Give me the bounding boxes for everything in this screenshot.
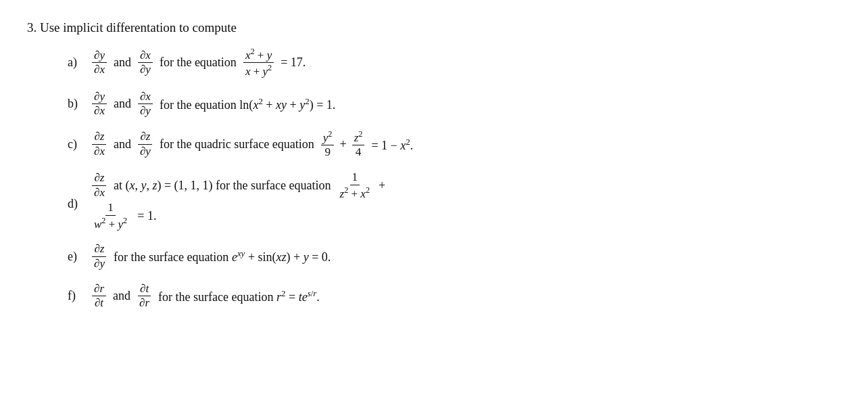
part-d-line2: 1 w2 + y2 = 1. [92, 202, 385, 231]
part-a-and: and [114, 55, 131, 70]
part-a-equation-frac: x2 + y x + y2 [243, 47, 274, 78]
part-b-label: b) [68, 97, 92, 111]
part-a-for: for the equation [160, 55, 237, 70]
part-c-and: and [114, 137, 131, 152]
part-d-label: d) [68, 197, 92, 211]
part-f-frac1-num: ∂r [92, 283, 106, 297]
part-c-content: ∂z ∂x and ∂z ∂y for the quadric surface … [92, 130, 416, 159]
part-c-eq-rhs: = 1 − x2. [371, 137, 413, 153]
part-e-content: ∂z ∂y for the surface equation exy + sin… [92, 243, 333, 270]
part-d-at: at (x, y, z) = (1, 1, 1) for the surface… [114, 179, 331, 193]
problem-title: 3. Use implicit differentation to comput… [27, 20, 841, 35]
part-d-eq-frac1-den: z2 + x2 [338, 185, 372, 200]
part-f-frac2-num: ∂t [138, 283, 151, 297]
part-c-eq-frac1: y2 9 [321, 130, 335, 159]
part-a-equals: = 17. [281, 55, 306, 70]
part-b: b) ∂y ∂x and ∂x ∂y for the equation ln(x… [68, 91, 841, 118]
part-c: c) ∂z ∂x and ∂z ∂y for the quadric surfa… [68, 130, 841, 159]
part-e-frac1-num: ∂z [92, 243, 106, 257]
part-a-frac1-num: ∂y [92, 49, 107, 64]
part-b-content: ∂y ∂x and ∂x ∂y for the equation ln(x2 +… [92, 91, 338, 118]
part-b-frac2-num: ∂x [138, 91, 153, 105]
part-d-eq-frac1: 1 z2 + x2 [338, 171, 372, 200]
part-c-label: c) [68, 137, 92, 152]
part-d: d) ∂z ∂x at (x, y, z) = (1, 1, 1) for th… [68, 171, 841, 231]
part-a-frac2-den: ∂y [138, 63, 153, 76]
part-b-frac1-num: ∂y [92, 91, 107, 105]
part-d-eq-frac2: 1 w2 + y2 [92, 202, 129, 231]
part-d-eq-frac1-num: 1 [350, 171, 360, 185]
part-f-frac2: ∂t ∂r [137, 283, 151, 310]
part-f-frac1: ∂r ∂t [92, 283, 106, 310]
part-b-frac2-den: ∂y [138, 104, 153, 118]
parts-list: a) ∂y ∂x and ∂x ∂y for the equation x2 +… [68, 47, 841, 310]
part-d-frac1: ∂z ∂x [92, 172, 107, 199]
part-a-frac1: ∂y ∂x [92, 49, 107, 76]
part-d-frac1-num: ∂z [92, 172, 106, 186]
part-c-frac1-num: ∂z [92, 131, 106, 145]
part-b-frac1-den: ∂x [92, 104, 107, 118]
part-d-eq-frac2-den: w2 + y2 [92, 216, 129, 231]
part-c-frac2: ∂z ∂y [138, 131, 153, 158]
part-a: a) ∂y ∂x and ∂x ∂y for the equation x2 +… [68, 47, 841, 78]
part-c-frac1-den: ∂x [92, 145, 107, 158]
part-a-eq-num: x2 + y [243, 47, 274, 63]
part-c-eq-frac1-den: 9 [322, 145, 333, 159]
part-c-eq-frac2: z2 4 [352, 130, 365, 159]
part-f-and: and [113, 289, 130, 303]
part-d-wrap: ∂z ∂x at (x, y, z) = (1, 1, 1) for the s… [92, 171, 385, 231]
part-c-frac2-den: ∂y [138, 145, 153, 158]
part-e-frac1-den: ∂y [92, 257, 107, 271]
part-f-content: ∂r ∂t and ∂t ∂r for the surface equation… [92, 283, 322, 310]
part-c-for: for the quadric surface equation [160, 137, 314, 152]
part-b-and: and [114, 97, 131, 111]
part-f: f) ∂r ∂t and ∂t ∂r for the surface equat… [68, 283, 841, 310]
part-f-label: f) [68, 289, 92, 303]
part-a-frac2: ∂x ∂y [138, 49, 153, 76]
part-e-label: e) [68, 250, 92, 264]
part-c-eq-frac2-num: z2 [352, 130, 365, 145]
part-a-content: ∂y ∂x and ∂x ∂y for the equation x2 + y … [92, 47, 308, 78]
part-d-eq-frac2-num: 1 [105, 202, 116, 216]
part-e-for: for the surface equation exy + sin(xz) +… [114, 248, 331, 264]
part-d-line1: ∂z ∂x at (x, y, z) = (1, 1, 1) for the s… [92, 171, 385, 200]
part-a-eq-den: x + y2 [243, 63, 274, 78]
part-a-frac1-den: ∂x [92, 63, 107, 76]
part-e: e) ∂z ∂y for the surface equation exy + … [68, 243, 841, 270]
content: 3. Use implicit differentation to comput… [27, 20, 841, 310]
part-f-frac1-den: ∂t [93, 296, 105, 310]
part-c-frac1: ∂z ∂x [92, 131, 107, 158]
part-b-frac2: ∂x ∂y [138, 91, 153, 118]
part-b-for: for the equation ln(x2 + xy + y2) = 1. [160, 96, 335, 112]
part-a-label: a) [68, 55, 92, 70]
part-e-frac1: ∂z ∂y [92, 243, 107, 270]
part-c-eq-frac1-num: y2 [321, 130, 335, 145]
part-d-frac1-den: ∂x [92, 186, 107, 200]
part-f-for: for the surface equation r2 = tes/r. [158, 288, 320, 304]
part-c-frac2-num: ∂z [138, 131, 152, 145]
part-f-frac2-den: ∂r [137, 296, 151, 310]
part-a-frac2-num: ∂x [138, 49, 153, 64]
part-b-frac1: ∂y ∂x [92, 91, 107, 118]
part-c-eq-frac2-den: 4 [354, 145, 364, 159]
